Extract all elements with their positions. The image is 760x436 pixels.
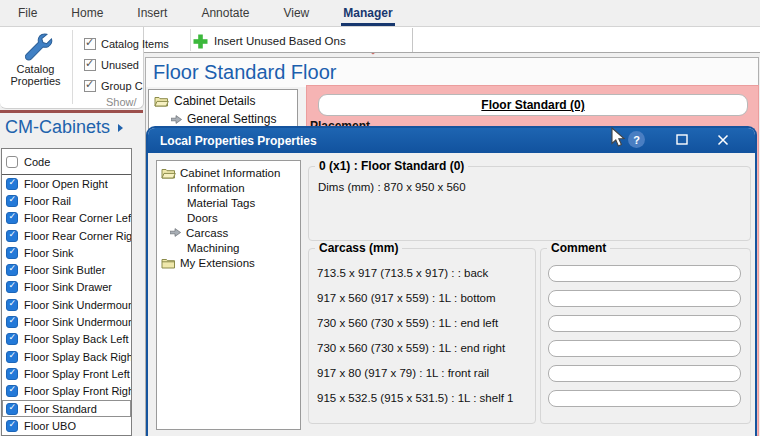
cabinet-info-groupbox: 0 (x1) : Floor Standard (0) Dims (mm) : …: [308, 166, 751, 241]
comment-input[interactable]: [548, 290, 741, 307]
checkbox-checked-icon[interactable]: [6, 420, 18, 432]
list-item[interactable]: Floor Sink Undermount: [2, 296, 131, 313]
dialog-tree: Cabinet Information Information Material…: [156, 160, 301, 430]
checkbox-icon[interactable]: [84, 59, 96, 71]
list-item[interactable]: Floor Sink Butler: [2, 261, 131, 278]
menu-bar: File Home Insert Annotate View Manager: [0, 0, 760, 27]
list-item-label: Floor Sink Butler: [24, 264, 105, 276]
sidebar-title[interactable]: CM-Cabinets: [5, 117, 123, 138]
local-properties-dialog: Local Properties Properties ? Cabinet In…: [146, 126, 757, 436]
list-item[interactable]: Floor Splay Front Left: [2, 365, 131, 382]
maximize-icon[interactable]: [676, 134, 688, 146]
folder-open-icon: [161, 167, 176, 179]
catalog-properties-label-1: Catalog: [0, 63, 71, 75]
tree-item-my-extensions[interactable]: My Extensions: [157, 255, 300, 270]
list-item-label: Floor Sink Undermount: [24, 299, 132, 311]
list-item[interactable]: Floor Sink Drawer: [2, 279, 131, 296]
dialog-title-bar[interactable]: Local Properties Properties ?: [148, 128, 755, 153]
tree-item-cabinet-details[interactable]: Cabinet Details: [149, 90, 297, 108]
list-item[interactable]: Floor Open Right: [2, 175, 131, 192]
comment-input[interactable]: [548, 315, 741, 332]
comment-input[interactable]: [548, 390, 741, 407]
checkbox-checked-icon[interactable]: [6, 281, 18, 293]
checkbox-checked-icon[interactable]: [6, 368, 18, 380]
cabinet-name-field[interactable]: Floor Standard (0): [318, 94, 748, 116]
checkbox-checked-icon[interactable]: [6, 385, 18, 397]
catalog-items-checkbox-row[interactable]: Catalog Items: [84, 33, 169, 54]
list-item-label: Floor Rear Corner Right: [24, 230, 132, 242]
close-icon[interactable]: [716, 133, 730, 147]
list-header-row[interactable]: Code: [2, 149, 131, 175]
checkbox-checked-icon[interactable]: [6, 333, 18, 345]
checkbox-icon[interactable]: [6, 156, 18, 168]
checkbox-checked-icon[interactable]: [6, 247, 18, 259]
menu-annotate[interactable]: Annotate: [201, 6, 249, 20]
checkbox-checked-icon[interactable]: [6, 178, 18, 190]
carcass-groupbox: Carcass (mm) 713.5 x 917 (713.5 x 917) :…: [308, 248, 536, 424]
list-item-label: Floor Splay Back Left: [24, 333, 129, 345]
list-item-label: Floor Rear Corner Left: [24, 212, 132, 224]
list-item[interactable]: Floor Rear Corner Right: [2, 227, 131, 244]
checkbox-checked-icon[interactable]: [6, 351, 18, 363]
checkbox-checked-icon[interactable]: [6, 316, 18, 328]
plus-icon: [193, 34, 208, 49]
list-item[interactable]: Floor Sink: [2, 244, 131, 261]
dialog-title: Local Properties Properties: [160, 134, 317, 148]
comment-input[interactable]: [548, 265, 741, 282]
insert-unused-label: Insert Unused Based Ons: [214, 35, 346, 47]
checkbox-checked-icon[interactable]: [6, 230, 18, 242]
list-item[interactable]: Floor Splay Front Right: [2, 383, 131, 400]
menu-file[interactable]: File: [18, 6, 37, 20]
panel-title: Floor Standard Floor: [153, 61, 336, 84]
checkbox-label: Unused: [101, 59, 139, 71]
list-item-label: Floor Sink Drawer: [24, 281, 112, 293]
checkbox-checked-icon[interactable]: [6, 299, 18, 311]
help-icon[interactable]: ?: [628, 131, 645, 148]
ribbon-group-divider: [72, 30, 73, 104]
tree-item-doors[interactable]: Doors: [157, 210, 300, 225]
menu-insert[interactable]: Insert: [137, 6, 167, 20]
checkbox-icon[interactable]: [84, 80, 96, 92]
comment-input[interactable]: [548, 365, 741, 382]
cabinet-name-label: Floor Standard (0): [481, 98, 584, 112]
tree-item-cabinet-information[interactable]: Cabinet Information: [157, 165, 300, 180]
cabinet-list: Code Floor Open Right Floor Rail Floor R…: [1, 148, 132, 436]
tree-item-carcass-selected[interactable]: Carcass: [157, 225, 300, 240]
ribbon-divider: [190, 29, 191, 51]
comment-input[interactable]: [548, 340, 741, 357]
tree-item-label: General Settings: [187, 112, 276, 126]
list-item-label: Floor UBO: [24, 420, 76, 432]
tree-item-label: Material Tags: [187, 197, 255, 209]
list-item[interactable]: Floor Rear Corner Left: [2, 210, 131, 227]
list-item-label: Floor Sink Undermount D: [24, 316, 132, 328]
checkbox-checked-icon[interactable]: [6, 195, 18, 207]
folder-closed-icon: [161, 257, 176, 269]
checkbox-checked-icon[interactable]: [6, 212, 18, 224]
tree-item-material-tags[interactable]: Material Tags: [157, 195, 300, 210]
list-item[interactable]: Floor Splay Back Right: [2, 348, 131, 365]
list-item[interactable]: Floor Rail: [2, 192, 131, 209]
list-item[interactable]: Floor Splay Back Left: [2, 331, 131, 348]
list-item-selected[interactable]: Floor Standard: [2, 400, 131, 417]
checkbox-icon[interactable]: [84, 38, 96, 50]
tree-item-machining[interactable]: Machining: [157, 240, 300, 255]
carcass-row: 730 x 560 (730 x 559) : 1L : end right: [317, 342, 505, 354]
menu-home[interactable]: Home: [71, 6, 103, 20]
menu-view[interactable]: View: [283, 6, 309, 20]
catalog-properties-button[interactable]: Catalog Properties: [0, 29, 71, 105]
list-item-label: Floor Open Right: [24, 178, 108, 190]
list-item-label: Floor Splay Front Left: [24, 368, 130, 380]
list-item[interactable]: Floor UBO: [2, 417, 131, 434]
menu-manager[interactable]: Manager: [343, 6, 392, 20]
tree-item-label: Cabinet Details: [174, 94, 255, 108]
flyout-arrow-icon: [118, 124, 123, 132]
checkbox-checked-icon[interactable]: [6, 403, 18, 415]
tree-item-information[interactable]: Information: [157, 180, 300, 195]
tree-item-label: Cabinet Information: [180, 167, 280, 179]
tree-item-general-settings[interactable]: General Settings: [149, 108, 297, 126]
carcass-row: 713.5 x 917 (713.5 x 917) : : back: [317, 267, 488, 279]
show-hide-link[interactable]: Show/: [106, 96, 137, 108]
checkbox-checked-icon[interactable]: [6, 264, 18, 276]
insert-unused-based-ons-button[interactable]: Insert Unused Based Ons: [193, 30, 346, 52]
list-item[interactable]: Floor Sink Undermount D: [2, 313, 131, 330]
